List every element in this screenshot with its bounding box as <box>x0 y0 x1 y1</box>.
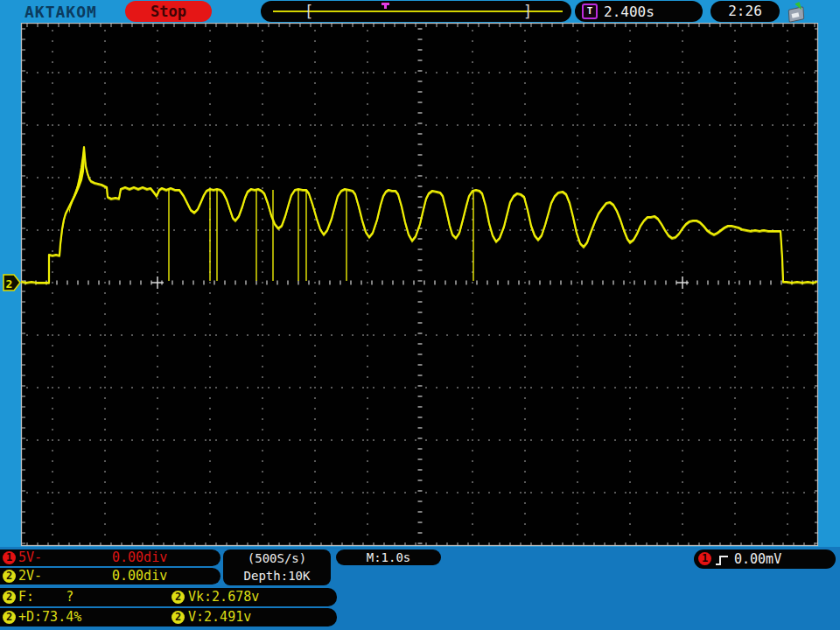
rising-edge-icon <box>715 553 730 570</box>
trigger-time-value: 2.400s <box>604 4 654 20</box>
meas1-ch-badge: 2 <box>3 591 16 604</box>
storage-icon <box>786 2 808 22</box>
top-status-bar: AKTAKOM Stop [ ] T 2.400s 2:26 <box>0 0 840 23</box>
clock: 2:26 <box>710 1 780 22</box>
trigger-position-marker-icon <box>382 3 389 5</box>
trigger-source-badge: 1 <box>698 552 711 565</box>
acquisition-stop-badge[interactable]: Stop <box>125 1 212 22</box>
trigger-t-icon: T <box>582 4 598 19</box>
sample-rate: (500S/s) <box>223 550 331 567</box>
bottom-status-panel: 1 5V- 0.00div 2 2V- 0.00div (500S/s) Dep… <box>0 547 840 630</box>
meas-v: V:2.491v <box>188 608 251 626</box>
ch2-scale: 2V- <box>18 568 42 584</box>
meas2-ch-badge: 2 <box>172 591 185 604</box>
memory-bar-line <box>273 10 563 12</box>
ch1-badge: 1 <box>3 551 16 564</box>
meas-vk: Vk:2.678v <box>188 588 259 606</box>
ch1-offset: 0.00div <box>112 550 167 566</box>
horizontal-position-indicator: [ ] <box>261 1 571 22</box>
ch2-ground-marker-label: 2 <box>6 277 13 290</box>
acquisition-info: (500S/s) Depth:10K <box>223 550 331 585</box>
timebase-readout: M:1.0s <box>336 550 441 565</box>
trigger-level-value: 0.00mV <box>734 551 781 567</box>
meas4-ch-badge: 2 <box>172 611 185 624</box>
window-left-bracket: [ <box>304 2 313 21</box>
oscilloscope-screen: { "brand": "AKTAKOM", "top_bar": { "stat… <box>0 0 840 630</box>
ch2-badge: 2 <box>3 570 16 583</box>
brand-logo: AKTAKOM <box>24 3 97 21</box>
memory-depth: Depth:10K <box>223 567 331 584</box>
meas3-ch-badge: 2 <box>3 611 16 624</box>
meas-frequency: F: ? <box>18 588 74 606</box>
measurement-row-2: 2 +D:73.4% 2 V:2.491v <box>0 608 337 626</box>
trigger-time-readout: T 2.400s <box>575 1 703 22</box>
waveform-display <box>22 24 818 546</box>
ch2-ground-marker <box>4 275 20 290</box>
window-right-bracket: ] <box>523 2 532 21</box>
ch1-scale: 5V- <box>18 550 42 566</box>
meas-duty: +D:73.4% <box>18 608 81 626</box>
ch2-readout: 2 2V- 0.00div <box>0 568 220 584</box>
measurement-row-1: 2 F: ? 2 Vk:2.678v <box>0 588 337 606</box>
ch2-offset: 0.00div <box>112 568 167 584</box>
trigger-level-readout: 1 0.00mV <box>694 550 836 569</box>
ch1-readout: 1 5V- 0.00div <box>0 550 220 566</box>
